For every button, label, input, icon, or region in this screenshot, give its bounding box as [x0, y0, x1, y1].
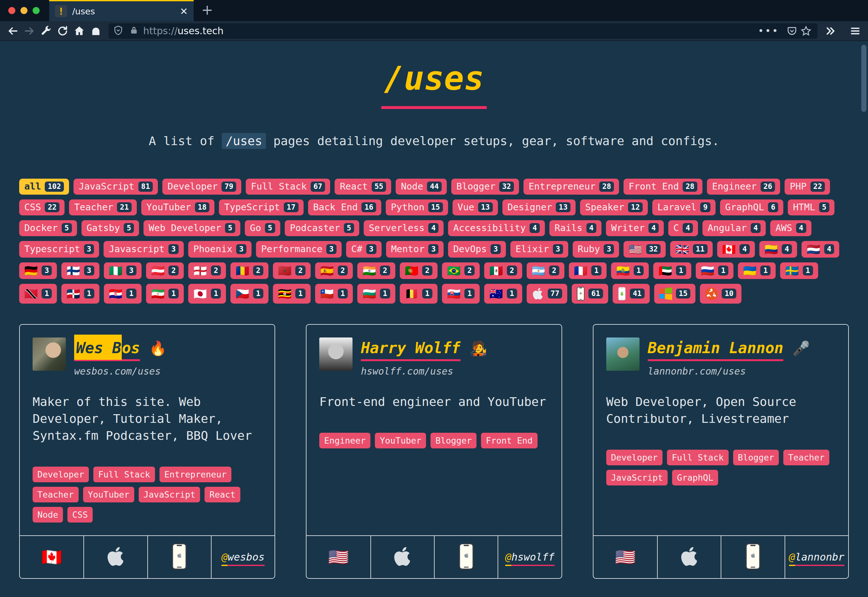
person-tag-javascript[interactable]: JavaScript — [139, 487, 200, 502]
twitter-handle-link[interactable]: @lannonbr — [789, 551, 844, 563]
zoom-window-button[interactable] — [33, 7, 40, 14]
filter-web-developer[interactable]: Web Developer5 — [144, 220, 240, 236]
filter-go[interactable]: Go5 — [245, 220, 280, 236]
filter-flag-czechia[interactable]: 🇨🇿1 — [230, 284, 268, 304]
filter-iphone[interactable]: 61 — [572, 284, 608, 304]
person-name-link[interactable]: Wes Bos — [74, 339, 140, 361]
filter-react[interactable]: React55 — [335, 179, 391, 195]
filter-phoenix[interactable]: Phoenix3 — [188, 241, 252, 258]
filter-gatsby[interactable]: Gatsby5 — [82, 220, 139, 236]
filter-flag-chile[interactable]: 🇨🇱1 — [315, 284, 353, 304]
filter-flag-mexico[interactable]: 🇲🇽2 — [484, 262, 522, 279]
filter-android[interactable]: 41 — [613, 284, 650, 304]
pocket-icon[interactable] — [785, 24, 799, 39]
filter-windows[interactable]: 15 — [654, 284, 696, 304]
filter-designer[interactable]: Designer13 — [502, 199, 576, 215]
filter-flag-uganda[interactable]: 🇺🇬1 — [273, 284, 311, 304]
filter-flag-germany[interactable]: 🇩🇪3 — [19, 262, 57, 279]
filter-flag-austria[interactable]: 🇦🇹2 — [146, 262, 184, 279]
filter-rails[interactable]: Rails4 — [549, 220, 601, 236]
extension-icon[interactable] — [88, 24, 104, 39]
filter-ruby[interactable]: Ruby3 — [573, 241, 619, 258]
back-button[interactable] — [4, 24, 21, 39]
filter-vue[interactable]: Vue13 — [453, 199, 498, 215]
twitter-handle-link[interactable]: @hswolff — [505, 551, 555, 563]
filter-engineer[interactable]: Engineer26 — [707, 179, 780, 195]
person-tag-javascript[interactable]: JavaScript — [606, 470, 668, 486]
filter-youtuber[interactable]: YouTuber18 — [141, 199, 214, 215]
filter-mentor[interactable]: Mentor3 — [386, 241, 444, 258]
filter-full-stack[interactable]: Full Stack67 — [246, 179, 330, 195]
close-window-button[interactable] — [8, 7, 15, 14]
person-tag-youtuber[interactable]: YouTuber — [83, 487, 134, 502]
new-tab-button[interactable]: + — [194, 0, 221, 21]
filter-speaker[interactable]: Speaker12 — [580, 199, 648, 215]
filter-typescript[interactable]: Typescript3 — [19, 241, 99, 258]
person-tag-blogger[interactable]: Blogger — [733, 450, 779, 465]
twitter-handle-link[interactable]: @wesbos — [221, 551, 265, 563]
filter-flag-australia[interactable]: 🇦🇺1 — [484, 284, 522, 304]
filter-flag-japan[interactable]: 🇯🇵1 — [188, 284, 226, 304]
person-tag-react[interactable]: React — [205, 487, 240, 502]
person-tag-developer[interactable]: Developer — [606, 450, 663, 465]
filter-flag-united-kingdom[interactable]: 🇬🇧11 — [670, 241, 712, 258]
filter-node[interactable]: Node44 — [396, 179, 447, 195]
filter-front-end[interactable]: Front End28 — [623, 179, 702, 195]
filter-flag-romania[interactable]: 🇷🇴2 — [230, 262, 268, 279]
filter-flag-brazil[interactable]: 🇧🇷2 — [442, 262, 480, 279]
filter-accessibility[interactable]: Accessibility4 — [448, 220, 545, 236]
filter-css[interactable]: CSS22 — [19, 199, 65, 215]
hamburger-menu-icon[interactable] — [847, 24, 864, 39]
reload-button[interactable] — [54, 24, 71, 39]
filter-flag-portugal[interactable]: 🇵🇹2 — [400, 262, 438, 279]
filter-flag-canada[interactable]: 🇨🇦4 — [717, 241, 755, 258]
filter-elixir[interactable]: Elixir3 — [510, 241, 568, 258]
person-tag-entrepreneur[interactable]: Entrepreneur — [159, 466, 231, 482]
filter-flag-spain[interactable]: 🇪🇸2 — [315, 262, 353, 279]
filter-serverless[interactable]: Serverless4 — [364, 220, 444, 236]
filter-entrepreneur[interactable]: Entrepreneur28 — [524, 179, 619, 195]
filter-all[interactable]: all102 — [19, 179, 69, 195]
scrollbar-thumb[interactable] — [861, 45, 867, 112]
filter-back-end[interactable]: Back End16 — [308, 199, 381, 215]
browser-tab[interactable]: ! /uses ✕ — [49, 0, 194, 21]
page-actions-icon[interactable]: ••• — [758, 25, 779, 36]
filter-flag-colombia[interactable]: 🇨🇴4 — [759, 241, 797, 258]
filter-flag-england[interactable]: 🏴󠁧󠁢󠁥󠁮󠁧󠁿2 — [188, 262, 226, 279]
filter-flag-belgium[interactable]: 🇧🇪1 — [400, 284, 438, 304]
filter-developer[interactable]: Developer79 — [162, 179, 241, 195]
filter-ubuntu[interactable]: 10 — [700, 284, 742, 304]
filter-flag-bulgaria[interactable]: 🇧🇬1 — [357, 284, 395, 304]
filter-docker[interactable]: Docker5 — [19, 220, 77, 236]
filter-flag-slovakia[interactable]: 🇸🇰1 — [442, 284, 480, 304]
filter-typescript[interactable]: TypeScript17 — [219, 199, 303, 215]
filter-flag-uae[interactable]: 🇦🇪1 — [653, 262, 691, 279]
filter-devops[interactable]: DevOps3 — [448, 241, 506, 258]
person-tag-teacher[interactable]: Teacher — [33, 487, 79, 502]
filter-flag-russia[interactable]: 🇷🇺1 — [696, 262, 733, 279]
bookmark-star-icon[interactable] — [799, 24, 813, 39]
filter-flag-croatia[interactable]: 🇭🇷1 — [104, 284, 142, 304]
url-text[interactable]: https://uses.tech — [143, 25, 758, 36]
filter-apple[interactable]: 77 — [527, 284, 568, 304]
person-tag-full-stack[interactable]: Full Stack — [93, 466, 155, 482]
address-bar[interactable]: https://uses.tech ••• — [109, 23, 818, 39]
filter-angular[interactable]: Angular4 — [702, 220, 766, 236]
filter-python[interactable]: Python15 — [386, 199, 448, 215]
filter-flag-morocco[interactable]: 🇲🇦2 — [273, 262, 311, 279]
filter-flag-france[interactable]: 🇫🇷1 — [569, 262, 607, 279]
filter-aws[interactable]: AWS4 — [770, 220, 811, 236]
filter-flag-united-states[interactable]: 🇺🇸32 — [623, 241, 666, 258]
person-tag-graphql[interactable]: GraphQL — [672, 470, 718, 486]
person-tag-youtuber[interactable]: YouTuber — [375, 433, 426, 448]
filter-html[interactable]: HTML5 — [788, 199, 834, 215]
person-tag-css[interactable]: CSS — [67, 507, 93, 523]
filter-flag-dominican-republic[interactable]: 🇩🇴1 — [61, 284, 99, 304]
filter-laravel[interactable]: Laravel9 — [652, 199, 715, 215]
filter-blogger[interactable]: Blogger32 — [451, 179, 519, 195]
person-tag-full-stack[interactable]: Full Stack — [667, 450, 729, 465]
filter-flag-ecuador[interactable]: 🇪🇨1 — [611, 262, 649, 279]
filter-writer[interactable]: Writer4 — [606, 220, 664, 236]
filter-flag-trinidad-tobago[interactable]: 🇹🇹1 — [19, 284, 57, 304]
person-tag-engineer[interactable]: Engineer — [319, 433, 370, 448]
